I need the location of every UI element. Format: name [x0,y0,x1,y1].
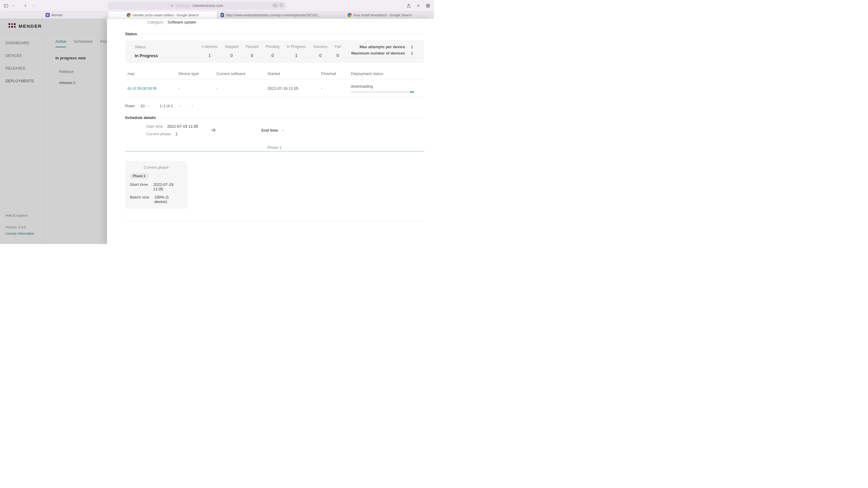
url-bar[interactable]: xxxxxxxx.interelectronix.com [108,2,286,10]
col-fail: Fail [331,44,344,49]
max-attempts-value: 1 [410,44,414,49]
phase-label: Phase 1 [125,145,424,150]
browser-tab-label: mender yocto create artifact - Google Se… [133,13,199,17]
tab-overview-icon[interactable] [424,2,432,9]
svg-rect-10 [428,4,430,5]
sidebar-item-dashboard[interactable]: DASHBOARD [0,37,45,50]
favicon-b-icon: B [45,13,50,17]
th-devtype[interactable]: Device type [176,68,214,80]
sidebar-item-releases[interactable]: RELEASES [0,62,45,75]
cell-started: 2022-07-19 11:05 [265,80,319,97]
col-success: Success [310,44,331,49]
schedule-section-text: Schedule details [125,116,156,120]
th-finished[interactable]: Finished [319,68,348,80]
val-inprog: 1 [283,53,310,58]
pc-start-label: Start time [130,182,150,191]
page-next-icon[interactable] [190,104,194,108]
cell-finished: - [319,80,348,97]
max-devices-label: Maximum number of devices [351,51,405,56]
progress-bar [351,92,414,93]
browser-tab[interactable]: B Mender [0,11,108,19]
th-mac[interactable]: mac [125,68,176,80]
col-pending: Pending [262,44,283,49]
cell-cursw: - [214,80,265,97]
nav-back-icon[interactable] [22,2,29,9]
schedule-grid: Start time2022-07-19 11:05 Current phase… [125,124,424,136]
browser-tab-label: Mender [52,13,63,17]
url-host-blur: xxxxxxxx [176,4,190,8]
sidebar-item-devices[interactable]: DEVICES [0,50,45,62]
val-fail: 0 [331,53,344,58]
devices-table: mac Device type Current software Started… [125,68,424,97]
svg-rect-9 [427,4,428,5]
phase-timeline [125,151,424,152]
phase-card-title: Current phase [130,165,182,170]
rows-value: 10 [141,104,145,108]
svg-rect-11 [427,6,428,7]
start-time-label: Start time [146,124,163,129]
schedule-section-title: Schedule details [125,116,424,120]
url-host: .interelectronix.com [192,4,223,8]
mender-mark-icon [8,23,16,29]
svg-rect-3 [171,5,173,7]
pagination: Rows 10 1-1 of 1 [125,104,424,108]
chevron-down-icon[interactable] [11,2,15,9]
status-section-title: Status [125,32,424,36]
col-devices: # devices [198,44,221,49]
end-time-value: - [282,128,283,133]
cell-devtype: - [176,80,214,97]
divider [125,221,424,221]
translate-icon[interactable] [273,3,278,7]
tab-active[interactable]: Active [56,39,66,47]
caret-down-icon [147,104,150,108]
val-paused: 0 [242,53,262,58]
val-skipped: 0 [221,53,242,58]
mac-link[interactable]: 6c:cf:39:00:00:f6 [127,86,156,91]
th-cursw[interactable]: Current software [214,68,265,80]
browser-tab[interactable]: linux install timedatectl - Google Searc… [326,11,434,19]
th-depstat[interactable]: Deployment status [348,68,424,80]
svg-rect-12 [428,6,430,7]
sidebar-item-deployments[interactable]: DEPLOYMENTS [0,75,45,87]
sidebar-toggle-icon[interactable] [2,2,10,9]
th-started[interactable]: Started [265,68,319,80]
tab-scheduled[interactable]: Scheduled [74,39,92,47]
val-devices: 1 [198,53,221,58]
status-limits: Max attempts per device1 Maximum number … [351,44,414,57]
sidebar: DASHBOARD DEVICES RELEASES DEPLOYMENTS H… [0,34,45,244]
current-phase-label: Current phase [146,132,171,136]
new-tab-icon[interactable] [415,2,422,9]
favicon-google-icon [347,13,352,17]
browser-tab[interactable]: E https://www.embeddedartists.com/wp-con… [217,11,326,19]
status-section-text: Status [125,32,137,36]
help-support-link[interactable]: Help & support [5,213,39,219]
pc-batch-value: 100% (1 device) [154,195,182,204]
mender-app: MENDER DASHBOARD DEVICES RELEASES DEPLOY… [0,19,434,244]
sidebar-footer: Help & support Version: 3.3.0 License in… [0,209,45,244]
license-link[interactable]: License information [5,230,39,237]
status-value: In Progress [135,53,198,58]
rows-label: Rows [125,104,135,108]
browser-tab[interactable]: mender yocto create artifact - Google Se… [108,11,217,19]
category-label: Category [147,20,163,24]
start-time-value: 2022-07-19 11:05 [167,124,198,129]
col-paused: Paused [242,44,262,49]
status-counts: # devices1 Skipped0 Paused0 Pending0 In … [198,44,344,58]
category-value: Software update [167,20,196,24]
col-skipped: Skipped [221,44,242,49]
version-text: Version: 3.3.0 [5,224,39,230]
browser-tab-strip: B Mender mender yocto create artifact - … [0,11,434,19]
rows-select[interactable]: 10 [141,104,150,108]
favicon-google-icon [127,13,131,17]
share-icon[interactable] [405,2,412,9]
deployment-status-text: downloading [351,84,373,89]
table-row[interactable]: 6c:cf:39:00:00:f6 - - 2022-07-19 11:05 -… [125,80,424,97]
page-prev-icon[interactable] [179,104,182,108]
cell-depstat: downloading [348,80,424,97]
browser-tab-label: https://www.embeddedartists.com/wp-conte… [226,13,321,17]
val-success: 0 [310,53,331,58]
favicon-e-icon: E [221,13,224,17]
deployment-detail-panel: Category Software update Status Status I… [107,19,434,244]
reload-icon[interactable] [279,3,283,7]
mender-logo[interactable]: MENDER [8,23,42,29]
